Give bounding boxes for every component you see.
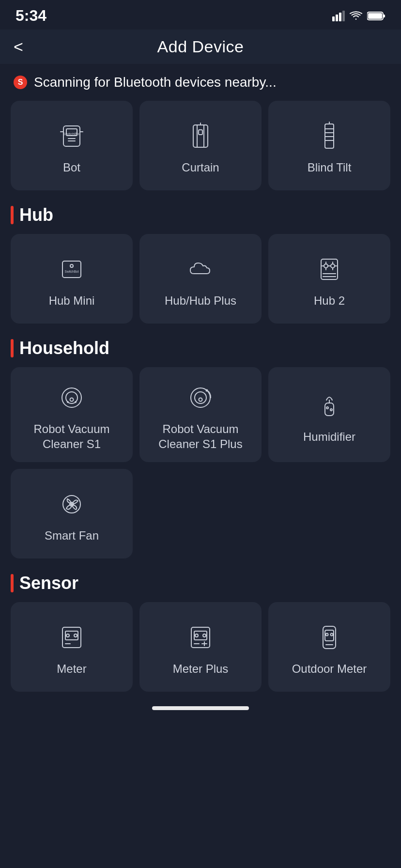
device-card-smart-fan[interactable]: Smart Fan	[11, 469, 133, 558]
robot-vacuum-s1-icon	[55, 381, 89, 415]
device-label-outdoor-meter: Outdoor Meter	[292, 661, 367, 676]
hub-2-icon	[312, 252, 346, 286]
svg-point-45	[330, 409, 332, 411]
device-card-blind-tilt[interactable]: Blind Tilt	[268, 101, 390, 190]
back-button[interactable]: <	[14, 37, 23, 56]
svg-rect-3	[342, 11, 345, 21]
device-label-bot: Bot	[63, 160, 80, 175]
curtain-icon	[184, 119, 217, 153]
hub-mini-icon: SwitchBot	[55, 252, 89, 286]
svg-rect-25	[62, 261, 81, 278]
svg-point-55	[195, 634, 198, 637]
svg-point-56	[203, 634, 206, 637]
sensor-device-grid: Meter Meter Plus	[11, 602, 390, 692]
device-card-humidifier[interactable]: Humidifier	[268, 367, 390, 462]
svg-point-35	[70, 398, 74, 402]
svg-rect-54	[194, 631, 207, 640]
scanning-bar: S Scanning for Bluetooth devices nearby.…	[0, 64, 401, 101]
device-card-outdoor-meter[interactable]: Outdoor Meter	[268, 602, 390, 692]
status-bar: 5:34	[0, 0, 401, 30]
svg-point-26	[70, 264, 73, 267]
device-label-meter-plus: Meter Plus	[173, 661, 229, 676]
device-label-blind-tilt: Blind Tilt	[308, 160, 352, 175]
device-card-hub-plus[interactable]: Hub/Hub Plus	[139, 234, 262, 324]
device-card-robot-vacuum-s1[interactable]: Robot Vacuum Cleaner S1	[11, 367, 133, 462]
battery-icon	[367, 11, 386, 21]
household-device-grid: Robot Vacuum Cleaner S1 Robot Vacuum Cle…	[11, 367, 390, 558]
blind-tilt-icon	[312, 119, 346, 153]
wifi-icon	[350, 11, 362, 21]
outdoor-meter-icon	[312, 620, 346, 654]
svg-point-29	[324, 264, 328, 268]
svg-point-40	[199, 398, 202, 402]
content: SwitchBot Bot Curtain	[0, 101, 401, 692]
device-label-hub-2: Hub 2	[314, 293, 345, 308]
bot-icon: SwitchBot	[55, 119, 89, 153]
page-title: Add Device	[157, 37, 244, 56]
device-card-hub-2[interactable]: Hub 2	[268, 234, 390, 324]
device-label-meter: Meter	[57, 661, 86, 676]
svg-text:SwitchBot: SwitchBot	[63, 132, 80, 136]
status-icons	[332, 11, 386, 21]
device-card-bot[interactable]: SwitchBot Bot	[11, 101, 133, 190]
svg-point-30	[331, 264, 335, 268]
device-label-smart-fan: Smart Fan	[45, 528, 99, 543]
sensor-section-header: Sensor	[11, 573, 390, 593]
device-label-robot-vacuum-s1-plus: Robot Vacuum Cleaner S1 Plus	[146, 421, 255, 451]
header: < Add Device	[0, 30, 401, 64]
svg-point-63	[331, 634, 333, 636]
household-section-header: Household	[11, 338, 390, 358]
hub-section-bar	[11, 206, 14, 224]
svg-rect-5	[383, 15, 385, 17]
svg-point-62	[326, 634, 328, 636]
svg-point-37	[75, 401, 77, 403]
smart-fan-icon	[55, 487, 89, 521]
device-label-robot-vacuum-s1: Robot Vacuum Cleaner S1	[17, 421, 126, 451]
svg-point-36	[67, 401, 69, 403]
svg-rect-6	[368, 13, 382, 19]
device-label-humidifier: Humidifier	[303, 429, 355, 444]
svg-point-51	[74, 634, 77, 637]
household-section-bar	[11, 339, 14, 357]
svg-point-50	[66, 634, 69, 637]
sensor-section-bar	[11, 574, 14, 592]
svg-rect-1	[336, 15, 338, 21]
svg-rect-14	[193, 125, 208, 147]
meter-plus-icon	[184, 620, 217, 654]
hub-device-grid: SwitchBot Hub Mini Hub/Hub Plus	[11, 234, 390, 324]
device-label-curtain: Curtain	[182, 160, 219, 175]
signal-icon	[332, 11, 345, 21]
status-time: 5:34	[15, 7, 46, 25]
home-indicator	[152, 706, 249, 710]
device-card-robot-vacuum-s1-plus[interactable]: Robot Vacuum Cleaner S1 Plus	[139, 367, 262, 462]
device-card-meter-plus[interactable]: Meter Plus	[139, 602, 262, 692]
hub-section-header: Hub	[11, 205, 390, 225]
svg-rect-49	[65, 631, 78, 640]
humidifier-icon	[312, 388, 346, 422]
svg-rect-2	[339, 13, 341, 21]
scanning-text: Scanning for Bluetooth devices nearby...	[34, 75, 277, 90]
hub-section-title: Hub	[19, 205, 53, 225]
device-card-meter[interactable]: Meter	[11, 602, 133, 692]
svg-rect-0	[332, 16, 335, 21]
svg-rect-17	[199, 130, 202, 135]
svg-text:SwitchBot: SwitchBot	[65, 270, 79, 273]
device-label-hub-hub-plus: Hub/Hub Plus	[165, 293, 236, 308]
ble-device-grid: SwitchBot Bot Curtain	[11, 101, 390, 190]
sensor-section-title: Sensor	[19, 573, 78, 593]
device-card-curtain[interactable]: Curtain	[139, 101, 262, 190]
scanning-dot: S	[14, 76, 27, 89]
meter-icon	[55, 620, 89, 654]
hub-cloud-icon	[184, 252, 217, 286]
device-card-hub-mini[interactable]: SwitchBot Hub Mini	[11, 234, 133, 324]
household-section-title: Household	[19, 338, 109, 358]
svg-point-44	[326, 407, 328, 409]
robot-vacuum-s1-plus-icon	[184, 381, 217, 415]
device-label-hub-mini: Hub Mini	[49, 293, 95, 308]
svg-point-41	[206, 389, 208, 392]
